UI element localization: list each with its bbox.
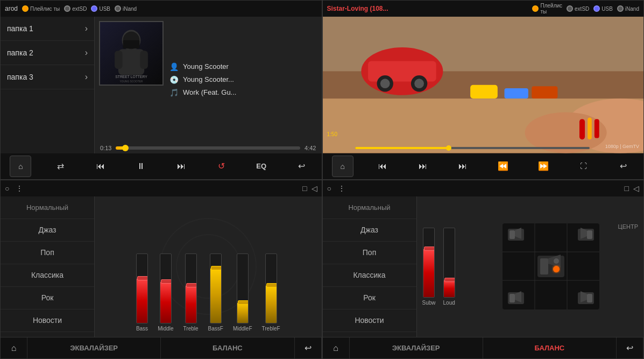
- bass-track[interactable]: [136, 254, 148, 323]
- balance-tab-left[interactable]: БАЛАНС: [161, 337, 294, 358]
- usb-radio-right[interactable]: [593, 5, 600, 12]
- extsd-radio-left[interactable]: [64, 5, 70, 12]
- preset-jazz-right[interactable]: Джаз: [323, 219, 416, 242]
- eq-tab-left[interactable]: ЭКВАЛАЙЗЕР: [27, 337, 161, 358]
- progress-bar[interactable]: [116, 146, 300, 150]
- circle-icon-left: ○: [5, 184, 9, 193]
- preset-rock-right[interactable]: Рок: [323, 287, 416, 309]
- folder-item-1[interactable]: папка 1 ›: [1, 17, 94, 41]
- eq-tab-right[interactable]: ЭКВАЛАЙЗЕР: [350, 337, 483, 358]
- folder-item-2[interactable]: папка 2 ›: [1, 41, 94, 65]
- back-icon-left[interactable]: ◁: [312, 184, 317, 193]
- preset-news-right[interactable]: Новости: [323, 309, 416, 332]
- loud-track[interactable]: [443, 228, 455, 298]
- inand-tab-left[interactable]: iNand: [115, 5, 137, 12]
- middlef-handle[interactable]: [238, 300, 249, 305]
- usb-tab-left[interactable]: USB: [91, 5, 110, 12]
- home-button-left[interactable]: ⌂: [10, 156, 31, 177]
- next-track-button[interactable]: ⏭: [452, 156, 473, 177]
- bass-handle[interactable]: [137, 276, 148, 280]
- svg-rect-4: [140, 51, 148, 69]
- preset-normal-right[interactable]: Нормальный: [323, 196, 416, 219]
- back-icon-right[interactable]: ◁: [633, 184, 639, 193]
- extsd-radio-right[interactable]: [567, 5, 573, 12]
- inand-radio-left[interactable]: [115, 5, 121, 12]
- video-panel[interactable]: 1:50 1080p | GemTV: [323, 17, 644, 153]
- treblef-handle[interactable]: [266, 283, 277, 287]
- usb-radio-left[interactable]: [91, 5, 97, 12]
- subw-track[interactable]: [423, 228, 435, 298]
- bottom-left-quadrant: ○ ⋮ □ ◁ Нормальный Джаз Поп Классика Рок: [0, 180, 322, 360]
- preset-classic-left[interactable]: Классика: [1, 264, 94, 287]
- treblef-slider[interactable]: TrebleF: [262, 254, 280, 332]
- preset-pop-right[interactable]: Поп: [323, 242, 416, 264]
- top-left-quadrant: arod Плейлис ты extSD USB iNand папка 1 …: [0, 0, 322, 180]
- pause-button-left[interactable]: ⏸: [130, 156, 152, 177]
- minimize-icon-right[interactable]: □: [625, 184, 629, 193]
- treble-handle[interactable]: [186, 283, 197, 287]
- preset-normal-left[interactable]: Нормальный: [1, 196, 94, 219]
- repeat-button[interactable]: ↺: [210, 156, 232, 177]
- bassf-track[interactable]: [210, 254, 222, 323]
- back-button-right[interactable]: ↩: [613, 156, 634, 177]
- home-bottom-left[interactable]: ⌂: [1, 337, 27, 358]
- loud-slider[interactable]: Loud: [443, 228, 455, 306]
- eq-button[interactable]: EQ: [251, 156, 272, 177]
- artist-name: Young Scooter: [183, 62, 229, 71]
- playlist-tab-right[interactable]: Плейлисты: [532, 3, 562, 15]
- controls-bar-left: ⌂ ⇄ ⏮ ⏸ ⏭ ↺ EQ ↩: [1, 153, 322, 179]
- back-bottom-right[interactable]: ↩: [617, 337, 643, 358]
- bassf-slider[interactable]: BassF: [208, 254, 223, 332]
- home-bottom-right[interactable]: ⌂: [323, 337, 350, 358]
- balance-tab-right[interactable]: БАЛАНС: [483, 337, 617, 358]
- middle-slider[interactable]: Middle: [158, 254, 173, 332]
- inand-radio-right[interactable]: [617, 5, 624, 12]
- loud-handle[interactable]: [444, 278, 455, 282]
- progress-area: 0:13 4:42: [95, 143, 322, 153]
- playlist-radio-right[interactable]: [532, 5, 539, 12]
- middlef-slider[interactable]: MiddleF: [233, 254, 252, 332]
- middlef-track[interactable]: [237, 254, 249, 323]
- subw-handle[interactable]: [424, 247, 435, 251]
- fast-forward-button[interactable]: ⏩: [533, 156, 554, 177]
- rewind-button[interactable]: ⏪: [492, 156, 514, 177]
- shuffle-button[interactable]: ⇄: [50, 156, 72, 177]
- back-bottom-left[interactable]: ↩: [295, 337, 322, 358]
- play-pause-button[interactable]: ⏭: [412, 156, 434, 177]
- playlist-radio-left[interactable]: [22, 5, 29, 12]
- back-button-left[interactable]: ↩: [291, 156, 312, 177]
- fullscreen-button[interactable]: ⛶: [572, 156, 594, 177]
- prev-track-button[interactable]: ⏮: [372, 156, 393, 177]
- preset-jazz-label-right: Джаз: [360, 226, 378, 234]
- menu-icon-left[interactable]: ⋮: [16, 184, 23, 193]
- bassf-handle[interactable]: [211, 266, 222, 270]
- prev-button-left[interactable]: ⏮: [90, 156, 111, 177]
- folder-item-3[interactable]: папка 3 ›: [1, 65, 94, 89]
- usb-tab-right[interactable]: USB: [593, 5, 613, 12]
- preset-pop-left[interactable]: Поп: [1, 242, 94, 264]
- middle-handle[interactable]: [161, 279, 172, 284]
- treble-track[interactable]: [185, 254, 197, 323]
- next-button-left[interactable]: ⏭: [171, 156, 192, 177]
- preset-jazz-left[interactable]: Джаз: [1, 219, 94, 242]
- playlist-tab-left[interactable]: Плейлис ты: [22, 5, 60, 12]
- minimize-icon-left[interactable]: □: [302, 184, 307, 193]
- treble-slider[interactable]: Treble: [183, 254, 199, 332]
- inand-tab-right[interactable]: iNand: [617, 5, 639, 12]
- balance-grid-svg[interactable]: [503, 223, 599, 309]
- extsd-tab-left[interactable]: extSD: [64, 5, 87, 12]
- extsd-tab-right[interactable]: extSD: [567, 5, 589, 12]
- video-progress-bar[interactable]: [355, 147, 590, 149]
- subw-slider[interactable]: Subw: [422, 228, 436, 306]
- preset-rock-left[interactable]: Рок: [1, 287, 94, 309]
- preset-classic-right[interactable]: Классика: [323, 264, 416, 287]
- menu-icon-right[interactable]: ⋮: [338, 184, 345, 193]
- svg-rect-23: [579, 119, 584, 139]
- bass-slider[interactable]: Bass: [136, 254, 148, 332]
- home-button-right[interactable]: ⌂: [332, 156, 353, 177]
- treblef-track[interactable]: [265, 254, 277, 323]
- middle-track[interactable]: [160, 254, 172, 323]
- preset-news-left[interactable]: Новости: [1, 309, 94, 332]
- middle-label: Middle: [158, 326, 173, 332]
- time-current: 0:13: [100, 145, 111, 151]
